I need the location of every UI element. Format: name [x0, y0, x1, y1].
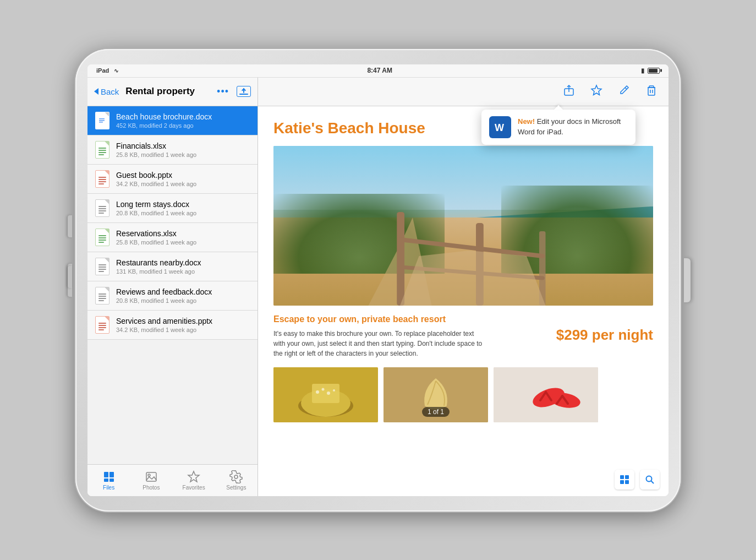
file-meta: 25.8 KB, modified 1 week ago	[116, 239, 251, 246]
word-app-icon: W	[489, 116, 511, 138]
doc-thumbnails: 1 of 1	[273, 367, 653, 422]
svg-rect-43	[620, 475, 624, 479]
page-counter: 1 of 1	[422, 407, 450, 417]
star-button[interactable]	[590, 84, 602, 99]
file-icon-docx	[94, 111, 111, 131]
file-item[interactable]: Long term stays.docx 20.8 KB, modified 1…	[87, 194, 258, 223]
battery-icon	[648, 68, 660, 74]
thumbnail-shell[interactable]: 1 of 1	[384, 367, 488, 422]
edit-button[interactable]	[618, 84, 630, 99]
file-item[interactable]: Financials.xlsx 25.8 KB, modified 1 week…	[87, 135, 258, 165]
svg-point-31	[316, 390, 319, 394]
svg-marker-16	[591, 85, 601, 95]
svg-rect-10	[146, 472, 156, 481]
svg-rect-9	[109, 479, 114, 482]
file-item[interactable]: Services and amenities.pptx 34.2 KB, mod…	[87, 311, 258, 340]
upload-button[interactable]	[237, 86, 251, 97]
file-info: Services and amenities.pptx 34.2 KB, mod…	[116, 317, 251, 333]
file-meta: 452 KB, modified 2 days ago	[116, 122, 251, 129]
file-name: Long term stays.docx	[116, 200, 251, 209]
tooltip-text: New! Edit your docs in Microsoft Word fo…	[518, 117, 628, 137]
doc-content: Katie's Beach House	[258, 106, 669, 496]
file-icon-pptx	[94, 169, 111, 189]
svg-point-33	[327, 392, 330, 395]
file-info: Guest book.pptx 34.2 KB, modified 1 week…	[116, 171, 251, 187]
file-info: Restaurants nearby.docx 131 KB, modified…	[116, 258, 251, 275]
volume-down-button[interactable]	[68, 266, 72, 288]
back-label: Back	[101, 87, 119, 96]
file-name: Beach house brochure.docx	[116, 112, 251, 121]
svg-point-47	[647, 476, 652, 481]
svg-point-13	[234, 475, 238, 479]
more-options-button[interactable]: •••	[217, 86, 229, 97]
status-right-area: ▮	[641, 67, 660, 74]
doc-hero-image	[273, 146, 653, 306]
svg-rect-7	[109, 472, 114, 477]
svg-text:W: W	[495, 122, 504, 133]
svg-line-48	[651, 481, 654, 483]
tab-favorites[interactable]: Favorites	[173, 468, 215, 493]
volume-up-button[interactable]	[68, 215, 72, 237]
svg-rect-0	[239, 94, 248, 95]
file-name: Reservations.xlsx	[116, 229, 251, 238]
tab-files[interactable]: Files	[87, 468, 130, 493]
file-icon-docx	[94, 198, 111, 218]
tooltip-new-label: New!	[518, 117, 535, 126]
file-icon-docx	[94, 286, 111, 306]
file-item[interactable]: Guest book.pptx 34.2 KB, modified 1 week…	[87, 165, 258, 194]
svg-line-17	[625, 88, 627, 89]
file-icon-xlsx	[94, 140, 111, 160]
svg-point-34	[333, 389, 335, 392]
status-bar: iPad ∿ 8:47 AM ▮	[87, 64, 669, 78]
file-item[interactable]: Reviews and feedback.docx 20.8 KB, modif…	[87, 281, 258, 311]
status-device-label: iPad ∿	[96, 67, 118, 74]
file-name: Financials.xlsx	[116, 142, 251, 150]
svg-rect-22	[397, 212, 404, 306]
tab-bar: Files Photos Favorit	[87, 464, 258, 496]
tab-photos[interactable]: Photos	[130, 468, 172, 493]
file-list: Beach house brochure.docx 452 KB, modifi…	[87, 106, 258, 464]
tab-files-label: Files	[103, 485, 114, 491]
file-item[interactable]: Beach house brochure.docx 452 KB, modifi…	[87, 106, 258, 135]
delete-button[interactable]	[645, 84, 658, 99]
main-content: Back Rental property •••	[87, 78, 669, 496]
back-button[interactable]: Back	[94, 87, 119, 96]
file-icon-docx	[94, 257, 111, 276]
svg-rect-30	[312, 384, 339, 403]
file-icon-pptx	[94, 315, 111, 335]
file-info: Beach house brochure.docx 452 KB, modifi…	[116, 112, 251, 129]
file-item[interactable]: Restaurants nearby.docx 131 KB, modified…	[87, 252, 258, 281]
tab-settings-label: Settings	[226, 485, 246, 491]
svg-point-11	[148, 474, 150, 476]
sidebar: Back Rental property •••	[87, 78, 258, 496]
sidebar-nav: Back Rental property	[94, 86, 195, 97]
file-meta: 25.8 KB, modified 1 week ago	[116, 151, 251, 158]
share-button[interactable]	[563, 84, 575, 99]
file-meta: 34.2 KB, modified 1 week ago	[116, 327, 251, 333]
tab-settings[interactable]: Settings	[215, 468, 258, 493]
sidebar-header-actions: •••	[217, 86, 251, 97]
power-button[interactable]	[684, 258, 691, 302]
svg-rect-6	[104, 472, 108, 477]
file-name: Services and amenities.pptx	[116, 317, 251, 325]
svg-point-32	[322, 388, 325, 390]
sidebar-header: Back Rental property •••	[87, 78, 258, 106]
thumbnail-salt	[273, 367, 378, 422]
ipad-screen: iPad ∿ 8:47 AM ▮ Back	[87, 64, 669, 496]
file-name: Reviews and feedback.docx	[116, 287, 251, 296]
svg-rect-5	[99, 122, 103, 123]
file-meta: 131 KB, modified 1 week ago	[116, 268, 251, 275]
status-time: 8:47 AM	[367, 67, 392, 74]
file-icon-xlsx	[94, 227, 111, 247]
doc-subtitle: Escape to your own, private beach resort	[273, 314, 653, 324]
grid-view-button[interactable]	[615, 470, 634, 490]
doc-bottom-actions	[615, 470, 660, 490]
tooltip-popup: W New! Edit your docs in Microsoft Word …	[481, 110, 636, 145]
file-info: Reviews and feedback.docx 20.8 KB, modif…	[116, 287, 251, 304]
file-info: Long term stays.docx 20.8 KB, modified 1…	[116, 200, 251, 216]
svg-marker-12	[188, 471, 199, 482]
content-toolbar	[258, 78, 669, 106]
search-button[interactable]	[640, 470, 660, 490]
svg-rect-46	[625, 480, 629, 484]
file-item[interactable]: Reservations.xlsx 25.8 KB, modified 1 we…	[87, 223, 258, 252]
